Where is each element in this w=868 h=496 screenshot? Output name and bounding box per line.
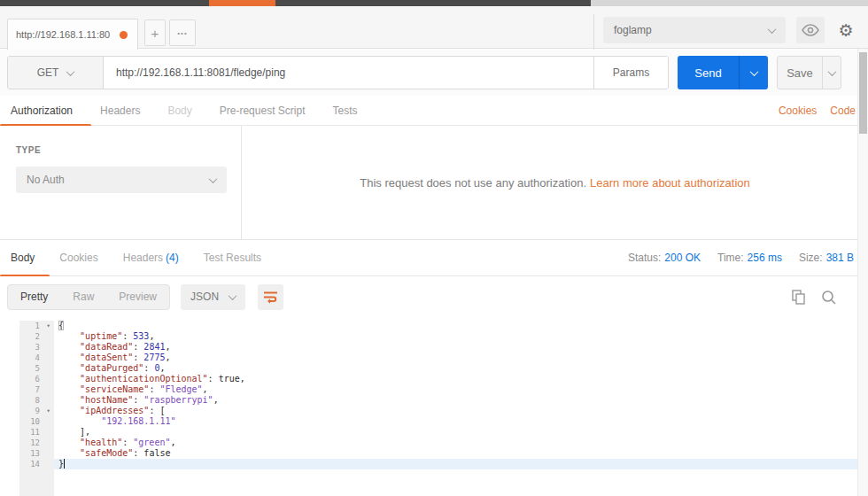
fold-gutter <box>43 363 54 374</box>
view-mode-raw[interactable]: Raw <box>60 291 106 303</box>
line-number: 7 <box>19 384 43 395</box>
code-line: 4 "dataSent": 2775, <box>19 353 857 363</box>
code-text: "192.168.1.11" <box>54 416 857 427</box>
fold-gutter <box>43 331 54 342</box>
wrap-lines-button[interactable] <box>258 284 283 310</box>
save-options-button[interactable] <box>822 57 841 89</box>
code-line: 2 "uptime": 533, <box>19 331 857 342</box>
line-number: 11 <box>19 427 43 438</box>
view-mode-preview[interactable]: Preview <box>106 291 169 303</box>
auth-type-label: TYPE <box>16 145 241 155</box>
request-builder: GET http://192.168.1.11:8081/fledge/ping… <box>0 50 857 96</box>
url-input[interactable]: http://192.168.1.11:8081/fledge/ping <box>104 57 593 89</box>
line-number: 9 <box>19 406 43 416</box>
fold-gutter <box>43 395 54 406</box>
chevron-down-icon <box>749 67 758 76</box>
code-text: "authenticationOptional": true, <box>54 374 857 384</box>
code-line: 6 "authenticationOptional": true, <box>19 374 857 384</box>
tab-headers[interactable]: Headers <box>100 105 140 117</box>
response-body-editor[interactable]: 1▾{2 "uptime": 533,3 "dataRead": 2841,4 … <box>0 317 857 496</box>
gear-icon: ⚙ <box>838 20 853 41</box>
view-mode-switcher: Pretty Raw Preview <box>7 284 170 310</box>
cookies-link[interactable]: Cookies <box>779 105 817 117</box>
status-badge: Status:200 OK <box>628 252 701 264</box>
line-number: 8 <box>19 395 43 406</box>
request-tabs-links: Cookies Code <box>779 105 868 117</box>
auth-type-select[interactable]: No Auth <box>16 167 227 193</box>
copy-icon[interactable] <box>792 290 806 305</box>
more-tabs-button[interactable]: ••• <box>169 19 196 46</box>
code-text: { <box>54 321 857 331</box>
auth-learn-more-link[interactable]: Learn more about authorization <box>590 176 750 190</box>
eye-icon <box>802 24 819 36</box>
send-button[interactable]: Send <box>678 56 739 89</box>
fold-arrow-icon[interactable]: ▾ <box>43 321 54 331</box>
request-tab[interactable]: http://192.168.1.11:80 <box>7 19 138 50</box>
url-composite: GET http://192.168.1.11:8081/fledge/ping… <box>7 56 669 89</box>
code-link[interactable]: Code <box>830 105 856 117</box>
settings-button[interactable]: ⚙ <box>833 18 859 43</box>
postman-app: http://192.168.1.11:80 + ••• foglamp ⚙ G… <box>0 0 868 496</box>
format-select[interactable]: JSON <box>181 284 245 310</box>
save-button-group: Save <box>777 56 841 89</box>
line-number: 14 <box>19 459 43 469</box>
response-tab-test-results[interactable]: Test Results <box>204 252 261 264</box>
window-top-strip-light <box>591 0 868 6</box>
code-line: 14} <box>19 459 857 469</box>
window-top-strip-accent <box>209 0 275 6</box>
code-line: 7 "serviceName": "Fledge", <box>19 384 857 395</box>
headers-count-badge: (4) <box>166 252 179 264</box>
code-text: "dataPurged": 0, <box>54 363 857 374</box>
save-button[interactable]: Save <box>778 57 822 89</box>
response-tab-body[interactable]: Body <box>11 252 35 264</box>
response-meta: Status:200 OK Time:256 ms Size:381 B <box>628 252 868 264</box>
fold-gutter <box>43 448 54 459</box>
request-tab-title: http://192.168.1.11:80 <box>16 29 115 40</box>
tab-pre-request-script[interactable]: Pre-request Script <box>220 105 306 117</box>
tab-authorization[interactable]: Authorization <box>11 105 73 117</box>
code-text: "health": "green", <box>54 438 857 448</box>
params-button[interactable]: Params <box>593 57 668 89</box>
scrollbar[interactable] <box>857 49 868 496</box>
chevron-down-icon <box>66 67 75 76</box>
code-text: "hostName": "raspberrypi", <box>54 395 857 406</box>
code-line: 10 "192.168.1.11" <box>19 416 857 427</box>
new-tab-button[interactable]: + <box>144 19 166 46</box>
code-text: "ipAddresses": [ <box>54 406 857 416</box>
tab-tests[interactable]: Tests <box>332 105 357 117</box>
response-tab-headers[interactable]: Headers(4) <box>123 252 179 264</box>
auth-type-column: TYPE No Auth <box>0 126 242 239</box>
editor-filler <box>19 469 857 496</box>
code-line: 1▾{ <box>19 321 857 331</box>
code-line: 13 "safeMode": false <box>19 448 857 459</box>
method-select[interactable]: GET <box>8 57 104 89</box>
environment-select[interactable]: foglamp <box>603 17 786 43</box>
tab-body[interactable]: Body <box>167 105 191 117</box>
code-line: 3 "dataRead": 2841, <box>19 342 857 353</box>
response-header: Body Cookies Headers(4) Test Results Sta… <box>0 240 868 276</box>
code-text: "dataSent": 2775, <box>54 353 857 363</box>
line-number: 13 <box>19 448 43 459</box>
fold-gutter <box>43 384 54 395</box>
scrollbar-thumb[interactable] <box>859 52 867 134</box>
code-line: 5 "dataPurged": 0, <box>19 363 857 374</box>
line-number: 10 <box>19 416 43 427</box>
send-options-button[interactable] <box>739 56 768 89</box>
text-cursor <box>64 459 65 469</box>
time-badge: Time:256 ms <box>717 252 782 264</box>
fold-gutter <box>43 342 54 353</box>
code-line: 12 "health": "green", <box>19 438 857 448</box>
fold-arrow-icon[interactable]: ▾ <box>43 406 54 416</box>
environment-preview-button[interactable] <box>796 17 825 43</box>
code-line: 8 "hostName": "raspberrypi", <box>19 395 857 406</box>
format-select-value: JSON <box>190 291 219 303</box>
code-text: } <box>54 459 857 469</box>
search-icon[interactable] <box>821 290 836 305</box>
response-toolbar: Pretty Raw Preview JSON <box>0 276 857 317</box>
view-mode-pretty[interactable]: Pretty <box>8 291 60 303</box>
response-tab-cookies[interactable]: Cookies <box>59 252 97 264</box>
auth-message: This request does not use any authorizat… <box>360 176 586 190</box>
tab-bar: http://192.168.1.11:80 + ••• foglamp ⚙ <box>0 6 868 49</box>
unsaved-dot-icon <box>120 31 128 39</box>
chevron-down-icon <box>827 67 836 76</box>
